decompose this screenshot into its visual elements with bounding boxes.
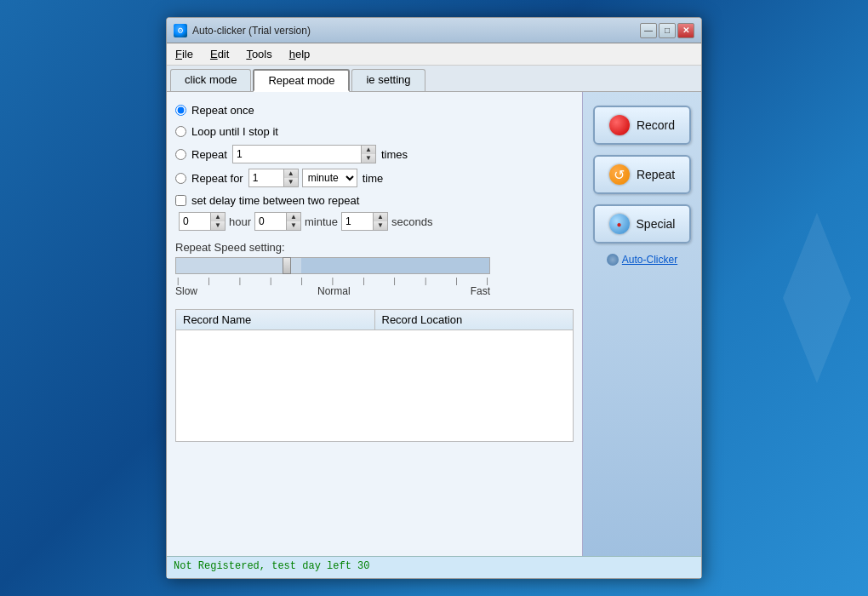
minute-down[interactable]: ▼ (287, 221, 300, 230)
repeat-button[interactable]: ↺ Repeat (593, 155, 691, 194)
auto-clicker-link[interactable]: Auto-Clicker (607, 254, 677, 266)
fast-label: Fast (471, 285, 490, 297)
repeat-icon: ↺ (609, 164, 630, 185)
menu-file[interactable]: File (167, 45, 202, 63)
delay-label: set delay time between two repeat (191, 194, 359, 207)
speed-labels: Slow Normal Fast (175, 285, 490, 297)
gear-icon (607, 254, 619, 266)
speed-label: Repeat Speed setting: (175, 241, 574, 254)
content-area: Repeat once Loop until I stop it Repeat … (167, 92, 701, 556)
delay-checkbox-row: set delay time between two repeat (175, 194, 574, 207)
maximize-button[interactable]: □ (659, 23, 676, 38)
repeat-count-spinner: ▲ ▼ (232, 145, 376, 163)
main-window: ⚙ Auto-clicker (Trial version) — □ ✕ Fil… (166, 17, 702, 579)
repeat-for-input-group: ▲ ▼ minute hour second (248, 169, 357, 187)
loop-until-radio[interactable] (175, 126, 186, 137)
repeat-for-unit-select[interactable]: minute hour second (302, 169, 357, 187)
title-bar-left: ⚙ Auto-clicker (Trial version) (174, 24, 311, 37)
delay-checkbox[interactable] (175, 195, 186, 206)
minute-input[interactable] (255, 213, 286, 230)
left-panel: Repeat once Loop until I stop it Repeat … (167, 92, 582, 556)
record-label: Record (637, 118, 675, 132)
menu-bar: File Edit Tools help (167, 43, 701, 66)
loop-until-row: Loop until I stop it (175, 123, 574, 140)
repeat-count-input[interactable] (233, 146, 361, 163)
repeat-count-buttons: ▲ ▼ (361, 146, 375, 163)
repeat-n-radio[interactable] (175, 149, 186, 160)
title-bar: ⚙ Auto-clicker (Trial version) — □ ✕ (167, 18, 701, 43)
speed-slider[interactable] (175, 257, 490, 274)
repeat-label: Repeat (637, 168, 675, 181)
speed-section: Repeat Speed setting: ||||| |||||| Slow … (175, 241, 574, 297)
auto-clicker-label: Auto-Clicker (622, 254, 677, 266)
minute-spinner: ▲ ▼ (254, 212, 301, 231)
hour-up[interactable]: ▲ (211, 213, 225, 221)
time-label: time (363, 172, 384, 185)
special-label: Special (637, 217, 676, 231)
repeat-once-radio[interactable] (175, 105, 186, 116)
hour-down[interactable]: ▼ (211, 221, 225, 230)
repeat-count-row: Repeat ▲ ▼ times (175, 145, 574, 163)
close-button[interactable]: ✕ (677, 23, 694, 38)
repeat-for-up[interactable]: ▲ (284, 169, 298, 178)
hour-buttons: ▲ ▼ (210, 213, 225, 230)
repeat-count-up[interactable]: ▲ (362, 146, 375, 154)
repeat-count-down[interactable]: ▼ (362, 154, 375, 163)
special-button[interactable]: ● Special (593, 204, 691, 244)
second-spinner: ▲ ▼ (341, 212, 388, 231)
repeat-for-input[interactable] (249, 169, 283, 186)
col-record-location: Record Location (375, 310, 574, 330)
tab-repeat-mode[interactable]: Repeat mode (253, 69, 350, 92)
record-button[interactable]: Record (593, 106, 691, 145)
second-down[interactable]: ▼ (374, 221, 387, 230)
minute-up[interactable]: ▲ (287, 213, 300, 221)
record-table: Record Name Record Location (175, 309, 574, 442)
repeat-for-label: Repeat for (191, 172, 243, 185)
repeat-label: Repeat (191, 148, 227, 161)
window-controls: — □ ✕ (640, 23, 694, 38)
right-panel: Record ↺ Repeat ● Special Auto-Clicker (582, 92, 701, 556)
table-header: Record Name Record Location (176, 310, 573, 330)
menu-tools[interactable]: Tools (237, 45, 280, 63)
tab-click-mode[interactable]: click mode (170, 69, 251, 91)
window-title: Auto-clicker (Trial version) (192, 25, 311, 37)
hour-input[interactable] (180, 213, 210, 230)
delay-inputs: ▲ ▼ hour ▲ ▼ mintue (175, 212, 574, 231)
repeat-for-row: Repeat for ▲ ▼ minute hour second (175, 169, 574, 187)
status-text: Not Registered, test day left 30 (174, 560, 369, 572)
times-label: times (381, 148, 408, 161)
col-record-name: Record Name (176, 310, 375, 330)
repeat-for-spinner: ▲ ▼ (248, 169, 299, 187)
repeat-once-row: Repeat once (175, 102, 574, 118)
app-icon: ⚙ (174, 24, 187, 37)
second-up[interactable]: ▲ (374, 213, 387, 221)
minute-buttons: ▲ ▼ (286, 213, 300, 230)
record-icon (609, 115, 630, 135)
special-icon: ● (609, 214, 630, 234)
tick-marks: ||||| |||||| (175, 277, 490, 285)
status-bar: Not Registered, test day left 30 (167, 556, 701, 578)
minimize-button[interactable]: — (640, 23, 657, 38)
normal-label: Normal (317, 285, 351, 297)
table-body (176, 330, 573, 441)
repeat-once-label: Repeat once (191, 104, 254, 117)
repeat-for-down[interactable]: ▼ (284, 178, 298, 186)
tab-ie-setting[interactable]: ie setting (351, 69, 425, 91)
menu-edit[interactable]: Edit (202, 45, 237, 63)
tab-bar: click mode Repeat mode ie setting (167, 66, 701, 92)
slow-label: Slow (175, 285, 197, 297)
second-input[interactable] (342, 213, 373, 230)
delay-section: set delay time between two repeat ▲ ▼ ho… (175, 194, 574, 231)
minute-label: mintue (305, 215, 338, 228)
menu-help[interactable]: help (281, 45, 319, 63)
second-label: seconds (391, 215, 432, 228)
repeat-for-radio[interactable] (175, 173, 186, 184)
loop-until-label: Loop until I stop it (191, 125, 278, 138)
hour-label: hour (229, 215, 251, 228)
second-buttons: ▲ ▼ (373, 213, 387, 230)
repeat-for-buttons: ▲ ▼ (283, 169, 298, 186)
hour-spinner: ▲ ▼ (179, 212, 226, 231)
